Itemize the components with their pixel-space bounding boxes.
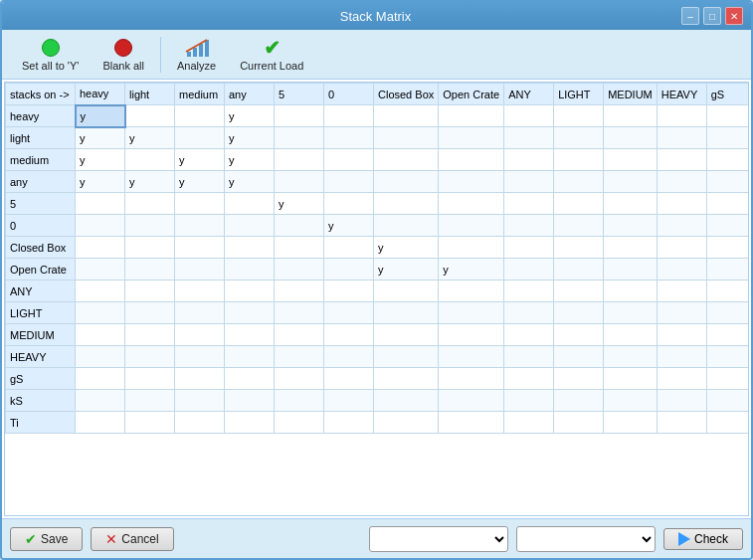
table-cell[interactable] <box>225 368 275 390</box>
table-cell[interactable] <box>324 412 374 434</box>
table-cell[interactable] <box>706 105 749 127</box>
table-cell[interactable] <box>706 346 749 368</box>
table-cell[interactable]: y <box>439 259 504 280</box>
table-cell[interactable] <box>439 302 504 324</box>
table-cell[interactable] <box>439 412 504 434</box>
table-cell[interactable] <box>374 368 439 390</box>
table-cell[interactable] <box>604 259 658 280</box>
table-cell[interactable] <box>657 346 706 368</box>
table-cell[interactable] <box>225 193 275 215</box>
table-cell[interactable] <box>554 324 604 346</box>
table-cell[interactable] <box>374 390 439 412</box>
table-cell[interactable] <box>554 390 604 412</box>
table-cell[interactable] <box>175 193 225 215</box>
table-cell[interactable] <box>125 412 175 434</box>
table-cell[interactable] <box>657 105 706 127</box>
table-cell[interactable] <box>604 105 658 127</box>
table-cell[interactable] <box>439 280 504 302</box>
table-cell[interactable] <box>225 259 275 280</box>
table-cell[interactable] <box>76 346 125 368</box>
table-cell[interactable] <box>554 193 604 215</box>
table-cell[interactable] <box>706 127 749 149</box>
table-cell[interactable] <box>125 259 175 280</box>
analyze-button[interactable]: Analyze <box>165 34 228 76</box>
table-cell[interactable]: y <box>374 237 439 259</box>
table-cell[interactable] <box>324 193 374 215</box>
table-cell[interactable] <box>604 390 658 412</box>
table-cell[interactable] <box>175 302 225 324</box>
check-button[interactable]: Check <box>663 528 743 550</box>
table-cell[interactable] <box>706 171 749 193</box>
table-cell[interactable] <box>324 346 374 368</box>
table-cell[interactable] <box>125 280 175 302</box>
table-cell[interactable] <box>604 368 658 390</box>
table-cell[interactable] <box>175 259 225 280</box>
table-cell[interactable] <box>374 346 439 368</box>
table-cell[interactable] <box>175 280 225 302</box>
table-cell[interactable] <box>324 171 374 193</box>
table-cell[interactable] <box>374 280 439 302</box>
table-cell[interactable] <box>706 237 749 259</box>
table-cell[interactable] <box>275 324 324 346</box>
table-cell[interactable] <box>324 105 374 127</box>
table-cell[interactable] <box>324 368 374 390</box>
table-cell[interactable] <box>604 412 658 434</box>
table-cell[interactable] <box>125 149 175 171</box>
table-cell[interactable] <box>554 171 604 193</box>
table-cell[interactable] <box>374 193 439 215</box>
table-cell[interactable] <box>657 280 706 302</box>
table-cell[interactable] <box>706 390 749 412</box>
table-cell[interactable] <box>374 412 439 434</box>
table-cell[interactable] <box>439 368 504 390</box>
table-cell[interactable] <box>76 237 125 259</box>
table-cell[interactable] <box>125 237 175 259</box>
table-cell[interactable] <box>275 127 324 149</box>
table-cell[interactable] <box>275 280 324 302</box>
dropdown-1[interactable] <box>369 526 508 552</box>
table-cell[interactable] <box>175 127 225 149</box>
table-cell[interactable] <box>324 259 374 280</box>
table-cell[interactable] <box>374 149 439 171</box>
table-cell[interactable] <box>225 215 275 237</box>
table-cell[interactable] <box>604 171 658 193</box>
table-cell[interactable] <box>504 346 554 368</box>
table-cell[interactable] <box>324 280 374 302</box>
table-cell[interactable] <box>125 215 175 237</box>
table-cell[interactable] <box>275 171 324 193</box>
table-cell[interactable] <box>706 302 749 324</box>
table-cell[interactable] <box>324 324 374 346</box>
table-cell[interactable] <box>439 324 504 346</box>
table-cell[interactable] <box>324 390 374 412</box>
table-cell[interactable] <box>554 215 604 237</box>
table-cell[interactable] <box>324 127 374 149</box>
minimize-button[interactable]: – <box>681 7 699 25</box>
table-cell[interactable]: y <box>125 171 175 193</box>
table-cell[interactable] <box>504 324 554 346</box>
table-cell[interactable]: y <box>225 149 275 171</box>
table-cell[interactable] <box>76 368 125 390</box>
dropdown-2[interactable] <box>516 526 656 552</box>
table-cell[interactable] <box>504 412 554 434</box>
table-cell[interactable] <box>657 390 706 412</box>
table-cell[interactable] <box>324 302 374 324</box>
table-cell[interactable] <box>125 368 175 390</box>
table-cell[interactable] <box>554 259 604 280</box>
table-cell[interactable] <box>76 390 125 412</box>
table-cell[interactable] <box>706 259 749 280</box>
table-cell[interactable] <box>657 324 706 346</box>
table-cell[interactable] <box>374 105 439 127</box>
table-cell[interactable] <box>504 171 554 193</box>
table-cell[interactable] <box>275 302 324 324</box>
table-cell[interactable] <box>275 215 324 237</box>
table-cell[interactable]: y <box>225 127 275 149</box>
set-all-button[interactable]: Set all to 'Y' <box>10 34 91 76</box>
table-cell[interactable] <box>657 368 706 390</box>
table-cell[interactable] <box>604 346 658 368</box>
table-cell[interactable] <box>504 149 554 171</box>
table-cell[interactable] <box>439 346 504 368</box>
table-cell[interactable]: y <box>175 149 225 171</box>
table-cell[interactable] <box>324 237 374 259</box>
table-cell[interactable] <box>657 127 706 149</box>
table-cell[interactable] <box>439 149 504 171</box>
table-cell[interactable] <box>554 149 604 171</box>
